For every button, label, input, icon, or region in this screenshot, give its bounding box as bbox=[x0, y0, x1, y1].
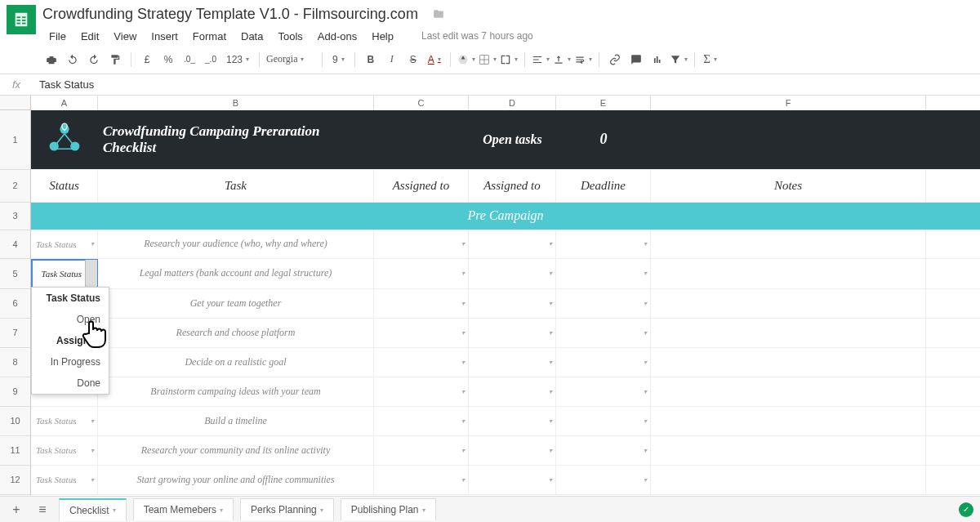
h-align-icon[interactable] bbox=[532, 51, 550, 69]
menu-data[interactable]: Data bbox=[234, 27, 270, 46]
menu-edit[interactable]: Edit bbox=[74, 27, 105, 46]
chevron-down-icon[interactable]: ▾ bbox=[549, 270, 552, 277]
task-cell[interactable]: Research your audience (who, why and whe… bbox=[98, 230, 374, 258]
task-cell[interactable]: Legal matters (bank account and legal st… bbox=[98, 259, 374, 288]
row-header-10[interactable]: 10 bbox=[0, 407, 30, 436]
chevron-down-icon[interactable]: ▾ bbox=[91, 240, 94, 248]
header-status[interactable]: Status bbox=[31, 170, 98, 202]
cell[interactable]: ▾ bbox=[556, 348, 651, 377]
menu-file[interactable]: File bbox=[42, 27, 73, 46]
dec-decrease-button[interactable]: .0_ bbox=[180, 51, 198, 69]
sheets-app-icon[interactable] bbox=[7, 5, 36, 34]
cell[interactable]: ▾ bbox=[469, 289, 556, 318]
cell[interactable]: ▾ bbox=[556, 436, 651, 465]
font-select[interactable]: Georgia bbox=[266, 51, 315, 69]
cell[interactable] bbox=[651, 259, 926, 288]
strike-button[interactable]: S bbox=[404, 51, 422, 69]
task-cell[interactable]: Research your community and its online a… bbox=[98, 436, 374, 465]
cell[interactable]: ▾ bbox=[469, 348, 556, 377]
col-header-D[interactable]: D bbox=[469, 96, 556, 110]
sheet-tab-perks-planning[interactable]: Perks Planning bbox=[240, 498, 334, 520]
open-tasks-count[interactable]: 0 bbox=[556, 110, 651, 169]
paint-format-icon[interactable] bbox=[106, 51, 124, 69]
task-cell[interactable]: Brainstorm campaing ideas with your team bbox=[98, 377, 374, 406]
cell[interactable]: ▾ bbox=[556, 259, 651, 288]
menu-view[interactable]: View bbox=[107, 27, 143, 46]
col-header-B[interactable]: B bbox=[98, 96, 374, 110]
number-format-button[interactable]: 123 bbox=[223, 51, 252, 69]
col-header-F[interactable]: F bbox=[651, 96, 926, 110]
print-icon[interactable] bbox=[42, 51, 60, 69]
menu-insert[interactable]: Insert bbox=[145, 27, 185, 46]
row-header-6[interactable]: 6 bbox=[0, 289, 30, 319]
cell[interactable]: ▾ bbox=[374, 436, 469, 465]
undo-icon[interactable] bbox=[64, 51, 82, 69]
cell[interactable]: ▾ bbox=[469, 230, 556, 258]
cell[interactable] bbox=[651, 407, 926, 435]
header-notes[interactable]: Notes bbox=[651, 170, 926, 202]
cell[interactable] bbox=[374, 110, 469, 169]
currency-button[interactable]: £ bbox=[138, 51, 156, 69]
dec-increase-button[interactable]: _.0 bbox=[202, 51, 220, 69]
task-cell[interactable]: Start growing your online and offline co… bbox=[98, 466, 374, 494]
sheet-tab-publishing-plan[interactable]: Publishing Plan bbox=[341, 498, 436, 520]
task-cell[interactable]: Research and choose platform bbox=[98, 319, 374, 347]
dropdown-option[interactable]: Done bbox=[32, 373, 109, 394]
comment-icon[interactable] bbox=[627, 51, 645, 69]
sheet-tab-checklist[interactable]: Checklist bbox=[59, 498, 127, 521]
cell[interactable]: ▾ bbox=[374, 289, 469, 318]
merge-cells-icon[interactable] bbox=[500, 51, 518, 69]
cell[interactable]: ▾ bbox=[556, 319, 651, 347]
menu-help[interactable]: Help bbox=[365, 27, 400, 46]
task-cell[interactable]: Get your team together bbox=[98, 289, 374, 318]
borders-icon[interactable] bbox=[479, 51, 497, 69]
cell[interactable] bbox=[651, 319, 926, 347]
cell[interactable]: ▾ bbox=[469, 377, 556, 406]
cell[interactable]: ▾ bbox=[556, 289, 651, 318]
chart-icon[interactable] bbox=[648, 51, 666, 69]
font-size-select[interactable]: 9 bbox=[329, 51, 348, 69]
dropdown-option[interactable]: Assigned bbox=[32, 330, 109, 351]
cell[interactable]: ▾ bbox=[556, 407, 651, 435]
status-cell[interactable]: Task Status▾ bbox=[31, 466, 98, 494]
italic-button[interactable]: I bbox=[383, 51, 401, 69]
col-header-E[interactable]: E bbox=[556, 96, 651, 110]
cell[interactable]: ▾ bbox=[556, 230, 651, 258]
chevron-down-icon[interactable]: ▾ bbox=[461, 240, 465, 248]
menu-addons[interactable]: Add-ons bbox=[311, 27, 363, 46]
menu-tools[interactable]: Tools bbox=[271, 27, 309, 46]
row-header-7[interactable]: 7 bbox=[0, 319, 30, 348]
header-task[interactable]: Task bbox=[98, 170, 374, 202]
header-assigned-to[interactable]: Assigned to bbox=[374, 170, 469, 202]
dropdown-option[interactable]: Open bbox=[32, 309, 109, 330]
row-header-3[interactable]: 3 bbox=[0, 203, 30, 230]
filter-icon[interactable] bbox=[670, 51, 688, 69]
add-sheet-button[interactable]: + bbox=[7, 500, 26, 520]
cell[interactable] bbox=[651, 110, 926, 169]
status-cell[interactable]: Task Status▾ bbox=[31, 436, 98, 465]
col-header-C[interactable]: C bbox=[374, 96, 469, 110]
col-header-A[interactable]: A bbox=[31, 96, 98, 110]
percent-button[interactable]: % bbox=[159, 51, 177, 69]
v-align-icon[interactable] bbox=[553, 51, 571, 69]
cell[interactable]: ▾ bbox=[556, 377, 651, 406]
row-header-11[interactable]: 11 bbox=[0, 436, 30, 466]
row-header-9[interactable]: 9 bbox=[0, 377, 30, 407]
active-status-cell[interactable]: Task Status Task Status Open Assigned In… bbox=[31, 259, 98, 288]
sync-status-icon[interactable]: ✓ bbox=[959, 502, 973, 517]
link-icon[interactable] bbox=[606, 51, 624, 69]
banner-title[interactable]: Crowdfunding Campaing Preraration Checkl… bbox=[98, 110, 374, 169]
chevron-down-icon[interactable]: ▾ bbox=[644, 270, 647, 277]
status-cell[interactable]: Task Status▾ bbox=[31, 230, 98, 258]
cell[interactable]: ▾ bbox=[374, 259, 469, 288]
cell[interactable] bbox=[651, 436, 926, 465]
cell[interactable] bbox=[651, 289, 926, 318]
row-header-1[interactable]: 1 bbox=[0, 110, 30, 170]
cell[interactable]: ▾ bbox=[374, 407, 469, 435]
row-header-12[interactable]: 12 bbox=[0, 466, 30, 495]
task-cell[interactable]: Build a timeline bbox=[98, 407, 374, 435]
menu-format[interactable]: Format bbox=[186, 27, 233, 46]
header-deadline[interactable]: Deadline bbox=[556, 170, 651, 202]
section-title[interactable]: Pre Campaign bbox=[31, 203, 980, 230]
status-cell[interactable]: Task Status▾ bbox=[31, 407, 98, 435]
